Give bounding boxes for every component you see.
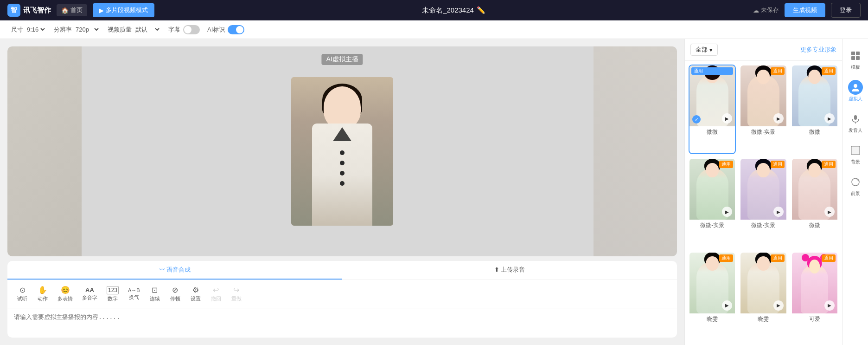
tag-8: 通用 — [771, 254, 785, 262]
ai-label: AI标识 — [207, 26, 225, 34]
subtitle-toggle[interactable] — [183, 25, 200, 34]
svg-point-4 — [854, 84, 857, 88]
settings-gear-icon: ⚙ — [192, 286, 199, 294]
swap-icon: A↔B — [128, 287, 140, 293]
home-button[interactable]: 🏠 首页 — [57, 4, 87, 16]
script-textarea[interactable] — [14, 313, 670, 332]
mode-button[interactable]: ▶ 多片段视频模式 — [93, 3, 154, 17]
foreground-sidebar-label: 前景 — [851, 190, 860, 197]
login-button[interactable]: 登录 — [831, 3, 861, 18]
ai-mark-toggle-wrap: AI标识 — [207, 25, 244, 34]
script-input-wrap — [7, 308, 677, 338]
multichar-btn[interactable]: AA 多音字 — [78, 285, 101, 303]
settings-toolbar: 尺寸 9:16 16:9 1:1 分辨率 720p 1080p 视频质量 默认 … — [0, 20, 868, 39]
video-icon: ▶ — [99, 7, 104, 14]
avatar-card-9[interactable]: 通用 ▶ 可爱 — [791, 252, 838, 341]
settings-btn[interactable]: ⚙ 设置 — [186, 284, 205, 304]
avatar-card-8[interactable]: 通用 ▶ 晓雯 — [740, 252, 787, 341]
avatar-image-8: 通用 ▶ — [740, 253, 786, 313]
sidebar-item-avatar[interactable]: 虚拟人 — [842, 75, 868, 107]
generate-button[interactable]: 生成视频 — [785, 3, 825, 17]
pause-btn[interactable]: ⊘ 停顿 — [166, 284, 185, 304]
background-sidebar-label: 背景 — [851, 159, 860, 165]
font-aa-icon: AA — [85, 286, 94, 293]
sidebar-item-background[interactable]: 背景 — [842, 138, 868, 170]
hand-icon: ✋ — [38, 286, 47, 294]
play-btn-8[interactable]: ▶ — [773, 300, 784, 311]
topbar-right: ☁ 未保存 生成视频 登录 — [753, 3, 861, 18]
tag-6: 通用 — [822, 161, 836, 168]
edit-title-icon[interactable]: ✏️ — [477, 6, 485, 14]
undo-btn[interactable]: ↩ 撤回 — [207, 284, 225, 304]
size-selector[interactable]: 尺寸 9:16 16:9 1:1 — [11, 26, 46, 34]
right-sidebar: 模板 虚拟人 发音人 — [842, 39, 868, 345]
svg-rect-0 — [851, 52, 855, 55]
avatar-image-9: 通用 ▶ — [792, 253, 837, 313]
redo-btn[interactable]: ↪ 重做 — [227, 284, 246, 304]
play-btn-9[interactable]: ▶ — [824, 300, 835, 311]
cloud-icon: ☁ — [753, 7, 759, 14]
avatar-name-5: 微微-实景 — [740, 220, 786, 231]
tag-7: 通用 — [719, 254, 733, 262]
avatar-image-3: 通用 ▶ — [792, 65, 837, 126]
sidebar-item-voice[interactable]: 发音人 — [842, 107, 868, 138]
tab-voice-label: 语音合成 — [166, 266, 191, 273]
preview-area: AI虚拟主播 — [7, 46, 677, 256]
avatar-name-7: 晓雯 — [689, 313, 735, 325]
avatar-image-4: 通用 ▶ — [689, 159, 735, 220]
play-btn-5[interactable]: ▶ — [773, 207, 784, 217]
preview-btn[interactable]: ⊙ 试听 — [13, 284, 32, 304]
avatar-card-2[interactable]: 通用 ▶ 微微-实景 — [740, 65, 787, 154]
avatar-card-1[interactable]: 通用 ✓ ▶ 微微 — [689, 65, 736, 154]
pause-label: 停顿 — [170, 295, 180, 302]
quality-select[interactable]: 默认 高质量 — [134, 26, 161, 33]
quality-selector[interactable]: 视频质量 默认 高质量 — [108, 26, 161, 34]
sidebar-item-foreground[interactable]: 前景 — [842, 170, 868, 202]
avatar-name-8: 晓雯 — [740, 313, 786, 325]
ai-mark-toggle[interactable] — [228, 25, 244, 34]
tab-upload-label: 上传录音 — [501, 266, 525, 273]
app-logo: 智 讯飞智作 — [7, 4, 51, 17]
swap-btn[interactable]: A↔B 换气 — [124, 286, 144, 303]
play-btn-2[interactable]: ▶ — [773, 113, 784, 124]
resolution-selector[interactable]: 分辨率 720p 1080p — [54, 26, 100, 34]
tab-upload-audio[interactable]: ⬆ 上传录音 — [342, 261, 677, 280]
size-select[interactable]: 9:16 16:9 1:1 — [25, 26, 46, 33]
avatar-card-3[interactable]: 通用 ▶ 微微 — [791, 65, 838, 154]
avatar-panel-header: 全部 ▾ 更多专业形象 — [685, 39, 842, 61]
avatar-card-6[interactable]: 通用 ▶ 微微 — [791, 158, 838, 247]
tab-voice-synthesis[interactable]: 〰 语音合成 — [7, 261, 342, 280]
play-btn-7[interactable]: ▶ — [722, 300, 732, 311]
tag-4: 通用 — [719, 161, 733, 168]
text-tools-bar: ⊙ 试听 ✋ 动作 😊 多表情 AA 多音字 123 数字 — [7, 280, 677, 308]
action-btn[interactable]: ✋ 动作 — [33, 284, 52, 304]
avatar-sidebar-label: 虚拟人 — [849, 96, 862, 102]
tag-2: 通用 — [771, 67, 785, 75]
login-label: 登录 — [840, 7, 852, 13]
home-label: 首页 — [70, 6, 83, 14]
tag-5: 通用 — [771, 161, 785, 168]
avatar-name-1: 微微 — [689, 126, 735, 138]
avatar-name-2: 微微-实景 — [740, 126, 786, 138]
avatar-card-7[interactable]: 通用 ▶ 晓雯 — [689, 252, 736, 341]
svg-rect-1 — [856, 52, 860, 55]
avatar-icon — [848, 80, 863, 95]
avatar-name-9: 可爱 — [792, 313, 837, 325]
number-icon: 123 — [107, 286, 119, 294]
emotion-btn[interactable]: 😊 多表情 — [54, 284, 77, 304]
voice-sidebar-label: 发音人 — [849, 127, 862, 134]
sidebar-item-template[interactable]: 模板 — [842, 44, 868, 75]
number-btn[interactable]: 123 数字 — [103, 284, 122, 304]
swap-label: 换气 — [129, 294, 139, 301]
connect-btn[interactable]: ⊡ 连续 — [146, 284, 164, 304]
avatar-card-4[interactable]: 通用 ▶ 微微-实景 — [689, 158, 736, 247]
avatar-card-5[interactable]: 通用 ▶ 微微-实景 — [740, 158, 787, 247]
resolution-select[interactable]: 720p 1080p — [74, 26, 100, 33]
more-avatars-link[interactable]: 更多专业形象 — [800, 46, 836, 54]
wave-icon: 〰 — [159, 266, 165, 273]
undo-icon: ↩ — [213, 286, 219, 294]
avatar-filter-button[interactable]: 全部 ▾ — [690, 44, 718, 56]
smile-icon: 😊 — [61, 286, 70, 294]
play-btn-3[interactable]: ▶ — [824, 113, 835, 124]
filter-label: 全部 — [696, 46, 708, 54]
